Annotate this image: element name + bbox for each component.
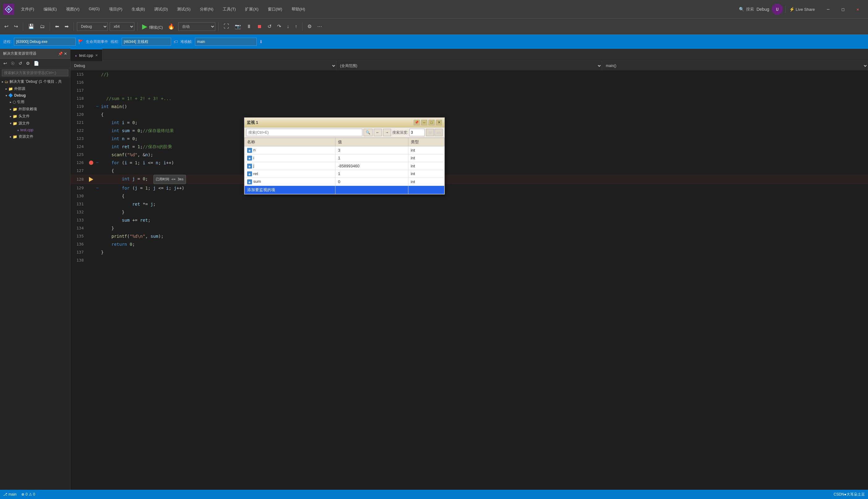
menu-test[interactable]: 测试(S) <box>173 5 195 13</box>
tree-references[interactable]: ▸ ⬡ 引用 <box>0 98 70 106</box>
watch-restore-btn[interactable]: □ <box>429 120 435 125</box>
var-j-icon <box>247 164 252 169</box>
watch-add-row[interactable]: 添加要监视的项 <box>245 185 445 194</box>
tree-debug-project[interactable]: ▾ 🔷 Debug <box>0 92 70 98</box>
menu-project[interactable]: 项目(P) <box>105 5 126 13</box>
debug-extra1[interactable]: ⚙ <box>305 23 314 30</box>
toolbar-undo[interactable]: ↩ <box>2 23 10 30</box>
stack-input[interactable] <box>195 38 257 46</box>
status-bar: ⎇ main ⊗ 0 ⚠ 0 CSDN●大耳朵土豆 <box>0 490 868 499</box>
func-nav-select[interactable]: main() <box>602 61 868 70</box>
debug-stepout[interactable]: ↑ <box>293 23 299 30</box>
line-content-130: { <box>100 192 868 200</box>
tree-external-src[interactable]: ▸ 📁 外部源 <box>0 85 70 92</box>
debug-btn-1[interactable]: ⛶ <box>222 22 231 31</box>
watch-close-btn[interactable]: ✕ <box>436 120 442 125</box>
watch-minimize-btn[interactable]: ─ <box>421 120 427 125</box>
code-line-132: 132 } <box>70 208 868 216</box>
debug-pause[interactable]: ⏸ <box>245 23 253 30</box>
menu-tools[interactable]: 工具(T) <box>218 5 240 13</box>
line-content-122: int sum = 0;//保存最终结果 <box>100 126 868 135</box>
watch-pin-btn[interactable]: 📌 <box>414 120 420 125</box>
menu-git[interactable]: Git(G) <box>84 5 104 13</box>
line-num-133: 133 <box>70 216 87 224</box>
watch-icon-btns: ⊞ ab <box>426 129 443 136</box>
close-button[interactable]: ✕ <box>851 4 865 15</box>
line-num-132: 132 <box>70 208 87 216</box>
auto-dropdown[interactable]: 自动 <box>178 22 215 31</box>
sidebar-close[interactable]: ✕ <box>64 51 67 56</box>
add-row-value-cell <box>336 185 408 194</box>
menu-edit[interactable]: 编辑(E) <box>39 5 61 13</box>
code-line-129: 129 ─ for (j = 1; j <= i; j++) <box>70 184 868 192</box>
line-num-118: 118 <box>70 95 87 102</box>
menu-ext[interactable]: 扩展(X) <box>241 5 263 13</box>
code-editor[interactable]: 115 //} 116 117 118 <box>70 70 868 490</box>
tree-headers[interactable]: ▸ 📁 头文件 <box>0 113 70 120</box>
debug-bar: 进程: 🚩 生命周期事件 线程: 🏷 堆栈帧: ⬇ <box>0 35 868 49</box>
sidebar-tool-1[interactable]: ↩ <box>2 60 9 67</box>
sidebar-tool-3[interactable]: ↺ <box>17 60 24 67</box>
debug-btn-2[interactable]: 📷 <box>233 23 243 30</box>
watch-depth-label: 搜索深度: <box>392 130 408 135</box>
menu-debug[interactable]: 调试(D) <box>150 5 172 13</box>
watch-icon-1[interactable]: ⊞ <box>426 129 434 136</box>
code-line-128: 128 int j = 0; 已用时间 <= 3ms <box>70 175 868 184</box>
toolbar-undo2[interactable]: ⬅ <box>53 23 61 30</box>
watch-search-btn[interactable]: 🔍 <box>364 129 373 136</box>
sidebar-tool-2[interactable]: ☉ <box>9 60 16 67</box>
watch-depth-input[interactable] <box>409 129 425 136</box>
continue-button[interactable]: ▶ 继续(C) <box>141 22 164 31</box>
debug-stop[interactable]: ⏹ <box>255 23 264 30</box>
sidebar-tool-4[interactable]: ⚙ <box>24 60 32 67</box>
sidebar-pin[interactable]: 📌 <box>58 51 63 56</box>
tab-close-btn[interactable]: ✕ <box>95 53 98 58</box>
menu-analyze[interactable]: 分析(N) <box>195 5 218 13</box>
var-i-type: int <box>408 154 444 162</box>
app-logo <box>3 4 14 15</box>
tree-sources[interactable]: ▾ 📁 源文件 <box>0 120 70 127</box>
expand-arrow-deps: ▸ <box>10 108 11 111</box>
tree-ext-deps[interactable]: ▸ 📁 外部依赖项 <box>0 106 70 113</box>
process-input[interactable] <box>14 38 76 46</box>
toolbar-save[interactable]: 💾 <box>26 23 36 30</box>
tree-solution[interactable]: ▸ 🗂 解决方案 'Debug' (1 个项目，共 <box>0 78 70 85</box>
debug-stepover[interactable]: ↷ <box>275 23 283 30</box>
sidebar-search-input[interactable] <box>2 70 68 76</box>
line-content-120: { <box>100 111 868 119</box>
menu-file[interactable]: 文件(F) <box>17 5 39 13</box>
add-row-cell[interactable]: 添加要监视的项 <box>245 185 336 194</box>
tab-test-cpp[interactable]: ⬧ test.cpp ✕ <box>70 49 103 61</box>
line-content-127: { <box>100 167 868 175</box>
debug-config-dropdown[interactable]: Debug Release <box>77 22 108 31</box>
tree-test-cpp[interactable]: ▸ ⬧ test.cpp <box>0 127 70 133</box>
debug-stepinto[interactable]: ↓ <box>285 23 291 30</box>
toolbar-saveall[interactable]: 🗂 <box>38 23 47 30</box>
hot-reload-btn[interactable]: 🔥 <box>166 22 177 31</box>
debug-extra2[interactable]: ⋯ <box>315 23 324 30</box>
minimize-button[interactable]: ─ <box>821 4 835 15</box>
platform-dropdown[interactable]: x64 x86 <box>110 22 134 31</box>
project-icon: 🔷 <box>8 93 13 98</box>
scope-nav-select[interactable]: (全局范围) <box>336 61 602 70</box>
watch-nav-fwd[interactable]: → <box>383 129 391 136</box>
maximize-button[interactable]: □ <box>836 4 850 15</box>
debug-restart[interactable]: ↺ <box>266 23 273 30</box>
line-num-117: 117 <box>70 86 87 95</box>
watch-search-input[interactable] <box>246 129 362 136</box>
thread-input[interactable] <box>122 38 171 46</box>
toolbar-redo[interactable]: ↪ <box>12 23 20 30</box>
watch-icon-2[interactable]: ab <box>435 129 443 136</box>
tree-resources[interactable]: ▸ 📁 资源文件 <box>0 133 70 140</box>
menu-help[interactable]: 帮助(H) <box>287 5 310 13</box>
watch-table: 名称 值 类型 n 3 int i <box>244 138 445 194</box>
live-share-button[interactable]: ⚡ Live Share <box>785 5 819 13</box>
config-nav-select[interactable]: Debug <box>70 61 336 70</box>
sidebar-tool-5[interactable]: 📄 <box>32 60 40 67</box>
menu-build[interactable]: 生成(B) <box>127 5 149 13</box>
code-line-121: 121 int i = 0; <box>70 119 868 126</box>
menu-view[interactable]: 视图(V) <box>62 5 84 13</box>
toolbar-redo2[interactable]: ➡ <box>63 23 70 30</box>
menu-window[interactable]: 窗口(W) <box>264 5 287 13</box>
watch-nav-back[interactable]: ← <box>374 129 382 136</box>
